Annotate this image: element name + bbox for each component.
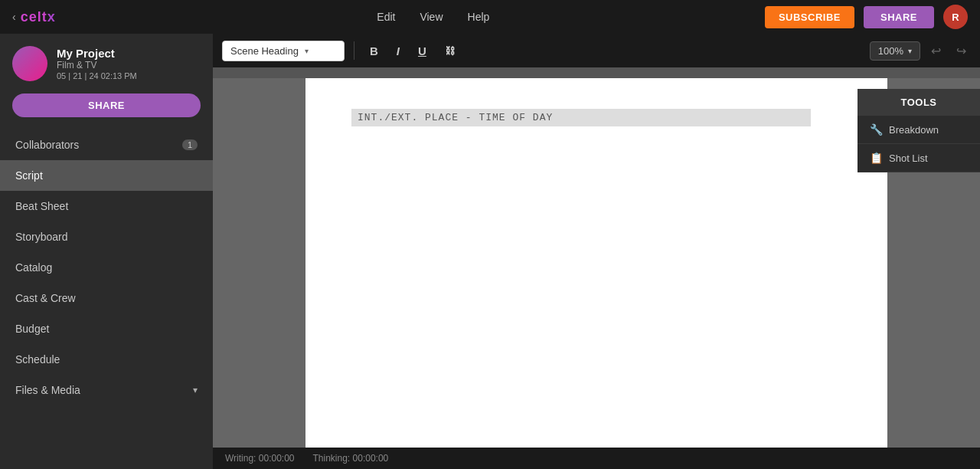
editor-toolbar: Scene Heading ▾ B I U ⛓ 100% ▾ ↩ ↪ xyxy=(213,34,980,67)
scene-heading-content[interactable]: INT./EXT. PLACE - TIME OF DAY xyxy=(351,109,811,126)
sidebar-item-storyboard[interactable]: Storyboard xyxy=(0,221,213,252)
underline-button[interactable]: U xyxy=(412,41,433,61)
scene-heading-dropdown[interactable]: Scene Heading ▾ xyxy=(222,41,345,61)
nav-help[interactable]: Help xyxy=(468,11,490,23)
project-date: 05 | 21 | 24 02:13 PM xyxy=(57,71,137,80)
status-bar: Writing: 00:00:00 Thinking: 00:00:00 xyxy=(213,448,980,469)
link-button[interactable]: ⛓ xyxy=(439,42,461,60)
breakdown-label: Breakdown xyxy=(889,124,939,136)
shot-list-icon: 📋 xyxy=(870,152,883,164)
project-type: Film & TV xyxy=(57,60,137,71)
content-area: Scene Heading ▾ B I U ⛓ 100% ▾ ↩ ↪ INT./… xyxy=(213,34,980,469)
editor-paper[interactable]: INT./EXT. PLACE - TIME OF DAY xyxy=(305,78,887,448)
beat-sheet-label: Beat Sheet xyxy=(15,200,68,212)
sidebar-item-cast-crew[interactable]: Cast & Crew xyxy=(0,283,213,313)
tool-breakdown[interactable]: 🔧 Breakdown xyxy=(858,116,980,144)
shot-list-label: Shot List xyxy=(889,153,928,164)
zoom-arrow-icon: ▾ xyxy=(908,47,912,55)
sidebar-item-schedule[interactable]: Schedule xyxy=(0,344,213,375)
writing-status: Writing: 00:00:00 xyxy=(225,453,295,464)
cast-crew-label: Cast & Crew xyxy=(15,292,76,304)
subscribe-button[interactable]: SUBSCRIBE xyxy=(765,6,854,28)
project-name: My Project xyxy=(57,47,137,60)
breakdown-icon: 🔧 xyxy=(870,123,883,136)
sidebar-item-catalog[interactable]: Catalog xyxy=(0,252,213,283)
zoom-control[interactable]: 100% ▾ xyxy=(870,41,920,61)
nav-menu: Edit View Help xyxy=(102,11,765,23)
collaborators-label: Collaborators xyxy=(15,139,79,151)
nav-view[interactable]: View xyxy=(420,11,443,23)
script-label: Script xyxy=(15,169,43,182)
sidebar-item-script[interactable]: Script xyxy=(0,160,213,191)
undo-button[interactable]: ↩ xyxy=(926,41,946,61)
thinking-status: Thinking: 00:00:00 xyxy=(313,453,389,464)
project-header: My Project Film & TV 05 | 21 | 24 02:13 … xyxy=(0,34,213,90)
dropdown-arrow-icon: ▾ xyxy=(305,47,309,55)
sidebar: My Project Film & TV 05 | 21 | 24 02:13 … xyxy=(0,34,213,469)
sidebar-item-beat-sheet[interactable]: Beat Sheet xyxy=(0,191,213,221)
nav-edit[interactable]: Edit xyxy=(377,11,395,23)
storyboard-label: Storyboard xyxy=(15,231,67,243)
top-nav: ‹ celtx Edit View Help SUBSCRIBE SHARE R xyxy=(0,0,980,34)
user-avatar[interactable]: R xyxy=(943,5,968,29)
catalog-label: Catalog xyxy=(15,261,52,274)
project-info: My Project Film & TV 05 | 21 | 24 02:13 … xyxy=(57,47,137,80)
app-logo: celtx xyxy=(21,9,56,25)
toolbar-divider xyxy=(354,41,354,60)
back-arrow-icon[interactable]: ‹ xyxy=(12,11,16,23)
editor-top-bar xyxy=(213,67,980,78)
budget-label: Budget xyxy=(15,323,49,335)
schedule-label: Schedule xyxy=(15,353,60,366)
sidebar-item-collaborators[interactable]: Collaborators 1 xyxy=(0,130,213,160)
tools-panel: TOOLS 🔧 Breakdown 📋 Shot List xyxy=(858,89,980,172)
redo-button[interactable]: ↪ xyxy=(952,41,971,61)
main-layout: My Project Film & TV 05 | 21 | 24 02:13 … xyxy=(0,34,980,469)
tool-shot-list[interactable]: 📋 Shot List xyxy=(858,144,980,172)
share-top-button[interactable]: SHARE xyxy=(864,6,934,28)
zoom-value: 100% xyxy=(878,45,903,57)
scene-heading-value: Scene Heading xyxy=(230,45,299,57)
nav-right: SUBSCRIBE SHARE R xyxy=(765,5,968,29)
files-media-label: Files & Media xyxy=(15,384,80,396)
share-sidebar-button[interactable]: SHARE xyxy=(12,93,201,117)
editor-area: INT./EXT. PLACE - TIME OF DAY TOOLS 🔧 Br… xyxy=(213,67,980,448)
italic-button[interactable]: I xyxy=(390,41,406,61)
sidebar-nav: Collaborators 1 Script Beat Sheet Storyb… xyxy=(0,130,213,405)
editor-paper-container[interactable]: INT./EXT. PLACE - TIME OF DAY TOOLS 🔧 Br… xyxy=(213,78,980,448)
project-avatar xyxy=(12,46,47,81)
sidebar-item-budget[interactable]: Budget xyxy=(0,313,213,344)
collaborators-badge: 1 xyxy=(182,139,198,150)
chevron-down-icon: ▾ xyxy=(193,385,198,395)
logo-area[interactable]: ‹ celtx xyxy=(12,9,56,25)
tools-panel-title: TOOLS xyxy=(858,89,980,116)
sidebar-item-files-media[interactable]: Files & Media ▾ xyxy=(0,375,213,405)
bold-button[interactable]: B xyxy=(364,41,384,61)
